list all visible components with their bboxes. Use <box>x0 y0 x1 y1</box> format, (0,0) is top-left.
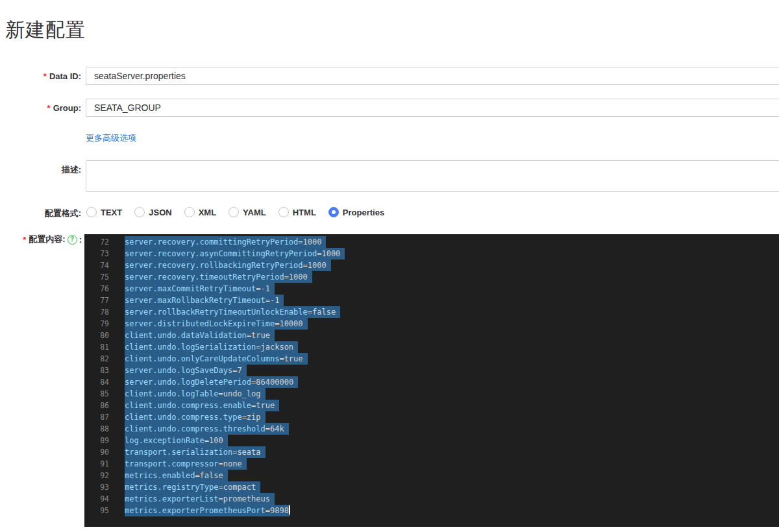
help-question-icon[interactable]: ? <box>68 235 77 245</box>
editor-line[interactable]: 82client.undo.onlyCareUpdateColumns=true <box>84 353 779 365</box>
group-label: *Group: <box>0 103 81 113</box>
radio-unselected-icon[interactable] <box>229 207 239 217</box>
radio-unselected-icon[interactable] <box>134 207 145 217</box>
line-number: 80 <box>84 330 109 341</box>
required-marker: * <box>43 71 47 81</box>
line-code: log.exceptionRate=100 <box>125 435 228 446</box>
editor-line[interactable]: 89log.exceptionRate=100 <box>84 435 779 446</box>
editor-lines: 72server.recovery.committingRetryPeriod=… <box>84 236 779 516</box>
editor-line[interactable]: 75server.recovery.timeoutRetryPeriod=100… <box>84 271 779 283</box>
editor-line[interactable]: 81client.undo.logSerialization=jackson <box>84 341 779 353</box>
line-code: client.undo.dataValidation=true <box>125 330 275 341</box>
format-option-text[interactable]: TEXT <box>86 207 122 217</box>
editor-line[interactable]: 73server.recovery.asynCommittingRetryPer… <box>84 248 779 260</box>
line-code: client.undo.compress.threshold=64k <box>125 423 289 435</box>
editor-line[interactable]: 86client.undo.compress.enable=true <box>84 400 779 411</box>
format-option-json[interactable]: JSON <box>134 207 171 217</box>
line-code: client.undo.compress.type=zip <box>125 411 266 423</box>
editor-line[interactable]: 72server.recovery.committingRetryPeriod=… <box>84 236 779 248</box>
line-code: transport.compressor=none <box>125 458 247 470</box>
required-marker: * <box>47 103 51 113</box>
editor-line[interactable]: 93metrics.registryType=compact <box>84 481 779 493</box>
line-number: 87 <box>84 411 109 423</box>
content-label: * 配置内容: ? : <box>0 234 82 245</box>
line-number: 72 <box>84 236 109 248</box>
radio-unselected-icon[interactable] <box>278 207 289 217</box>
editor-line[interactable]: 88client.undo.compress.threshold=64k <box>84 423 779 435</box>
line-code: server.distributedLockExpireTime=10000 <box>125 318 308 330</box>
editor-line[interactable]: 87client.undo.compress.type=zip <box>84 411 779 423</box>
radio-selected-icon[interactable] <box>328 207 339 217</box>
line-code: server.maxRollbackRetryTimeout=-1 <box>125 295 284 306</box>
editor-line[interactable]: 92metrics.enabled=false <box>84 470 779 481</box>
line-number: 86 <box>84 400 109 411</box>
editor-line[interactable]: 80client.undo.dataValidation=true <box>84 330 779 341</box>
line-number: 89 <box>84 435 109 446</box>
line-number: 90 <box>84 446 109 458</box>
line-number: 73 <box>84 248 109 260</box>
line-code: server.undo.logDeletePeriod=86400000 <box>125 376 298 388</box>
editor-line[interactable]: 91transport.compressor=none <box>84 458 779 470</box>
line-number: 78 <box>84 306 109 318</box>
editor-line[interactable]: 94metrics.exporterList=prometheus <box>84 493 779 505</box>
editor-line[interactable]: 83server.undo.logSaveDays=7 <box>84 365 779 376</box>
editor-line[interactable]: 76server.maxCommitRetryTimeout=-1 <box>84 283 779 295</box>
line-code: server.undo.logSaveDays=7 <box>125 365 247 376</box>
line-number: 81 <box>84 341 109 353</box>
page-title: 新建配置 <box>5 17 86 43</box>
line-code: metrics.exporterList=prometheus <box>125 493 275 505</box>
line-number: 95 <box>84 505 109 516</box>
line-number: 77 <box>84 295 109 306</box>
line-code: server.rollbackRetryTimeoutUnlockEnable=… <box>125 306 340 318</box>
format-option-properties[interactable]: Properties <box>328 207 384 217</box>
data-id-label: *Data ID: <box>0 71 81 81</box>
editor-line[interactable]: 77server.maxRollbackRetryTimeout=-1 <box>84 295 779 306</box>
line-code: server.recovery.asynCommittingRetryPerio… <box>125 248 345 260</box>
radio-option-label: TEXT <box>101 208 122 217</box>
text-cursor <box>289 505 290 514</box>
radio-option-label: YAML <box>243 208 266 217</box>
editor-line[interactable]: 90transport.serialization=seata <box>84 446 779 458</box>
line-code: server.maxCommitRetryTimeout=-1 <box>125 283 275 295</box>
radio-unselected-icon[interactable] <box>86 207 97 217</box>
line-number: 79 <box>84 318 109 330</box>
content-label-colon: : <box>79 235 82 245</box>
line-number: 93 <box>84 481 109 493</box>
format-option-html[interactable]: HTML <box>278 207 316 217</box>
line-code: server.recovery.timeoutRetryPeriod=1000 <box>125 271 312 283</box>
config-content-editor[interactable]: 72server.recovery.committingRetryPeriod=… <box>84 234 779 527</box>
line-number: 88 <box>84 423 109 435</box>
format-option-xml[interactable]: XML <box>184 207 216 217</box>
line-code: metrics.exporterPrometheusPort=9898 <box>125 505 290 516</box>
description-textarea[interactable] <box>86 160 779 192</box>
line-code: metrics.enabled=false <box>125 470 228 481</box>
line-code: server.recovery.committingRetryPeriod=10… <box>125 236 326 248</box>
description-label: 描述: <box>0 164 81 176</box>
editor-line[interactable]: 85client.undo.logTable=undo_log <box>84 388 779 400</box>
editor-line[interactable]: 79server.distributedLockExpireTime=10000 <box>84 318 779 330</box>
advanced-options-link[interactable]: 更多高级选项 <box>86 132 136 144</box>
radio-option-label: XML <box>199 208 216 217</box>
editor-line[interactable]: 95metrics.exporterPrometheusPort=9898 <box>84 505 779 516</box>
data-id-input[interactable] <box>86 67 779 85</box>
radio-option-label: Properties <box>343 208 384 217</box>
editor-line[interactable]: 78server.rollbackRetryTimeoutUnlockEnabl… <box>84 306 779 318</box>
format-label: 配置格式: <box>0 208 81 219</box>
line-number: 82 <box>84 353 109 365</box>
content-label-text: 配置内容: <box>29 234 65 245</box>
line-number: 85 <box>84 388 109 400</box>
radio-unselected-icon[interactable] <box>184 207 195 217</box>
line-code: client.undo.onlyCareUpdateColumns=true <box>125 353 308 365</box>
editor-line[interactable]: 74server.recovery.rollbackingRetryPeriod… <box>84 260 779 271</box>
format-option-yaml[interactable]: YAML <box>229 207 266 217</box>
line-number: 75 <box>84 271 109 283</box>
line-number: 83 <box>84 365 109 376</box>
line-number: 94 <box>84 493 109 505</box>
line-code: transport.serialization=seata <box>125 446 266 458</box>
radio-dot <box>332 210 336 214</box>
line-code: client.undo.logTable=undo_log <box>125 388 266 400</box>
editor-line[interactable]: 84server.undo.logDeletePeriod=86400000 <box>84 376 779 388</box>
line-number: 91 <box>84 458 109 470</box>
group-input[interactable] <box>86 99 779 117</box>
line-code: metrics.registryType=compact <box>125 481 260 493</box>
